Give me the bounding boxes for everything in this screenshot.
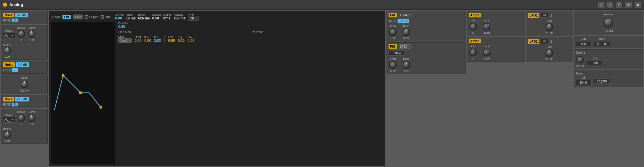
osc2-detune-knob[interactable] [3, 130, 12, 139]
osc2-filter-val[interactable]: F1 [12, 103, 18, 106]
key-freq-label: Key [144, 36, 151, 39]
fil1-top-row: Fil1 LP24 ▼ [389, 13, 464, 17]
amp2-label[interactable]: Amp2 [469, 39, 481, 43]
att-vel-val[interactable]: 0.00 [115, 16, 124, 20]
lfo1-rate-knob[interactable] [545, 23, 554, 31]
fil2-freq-knob[interactable] [389, 61, 397, 69]
osc1-db[interactable]: 0.0 dB [15, 13, 28, 17]
lfo2-rate-val: 0.9 Hz [545, 58, 553, 61]
amp2-pan-knob[interactable] [469, 48, 477, 57]
noise-label[interactable]: Noise [3, 62, 15, 67]
amp1-level-label: Level [483, 19, 490, 22]
lfo1-note-icon[interactable]: ♩ [550, 13, 552, 18]
header-s-btn[interactable]: S [616, 2, 622, 8]
loop-dropdown[interactable]: Off ▼ [188, 16, 199, 21]
osc1-detune-knob[interactable] [3, 46, 12, 55]
env-vel-val[interactable]: 0.00 [118, 25, 128, 29]
env-legato-checkbox[interactable] [85, 15, 88, 19]
env-res-val[interactable]: 0.00 [187, 39, 194, 43]
osc1-shape-label: Shape [5, 30, 13, 32]
env-free-checkbox[interactable] [101, 15, 104, 19]
stime-val[interactable]: inf s [163, 16, 171, 20]
detune-rate-knob[interactable] [576, 55, 584, 64]
header-a1-btn[interactable]: A [598, 2, 604, 8]
fil2-label[interactable]: Fil2 [389, 44, 397, 49]
fil2-reso-knob[interactable] [402, 61, 411, 69]
fil1-label[interactable]: Fil1 [389, 13, 397, 17]
amp1-level-knob[interactable] [482, 22, 491, 31]
env-exp-btn[interactable]: EXP [73, 14, 83, 19]
header-a2-btn[interactable]: A [607, 2, 613, 8]
lfo2-label[interactable]: LFO2 [528, 39, 539, 44]
amp1-label[interactable]: Amp1 [469, 13, 481, 17]
lfo1-mode[interactable]: Hz [541, 13, 548, 18]
osc2-section: Osc2 -3.5 dB F1/F2 F1 [1, 95, 48, 108]
osc1-filter-val[interactable]: F1 [12, 19, 18, 22]
lfo2-note-icon[interactable]: ♩ [550, 39, 552, 44]
lfo1-rate-val: 2.2 Hz [545, 32, 553, 35]
volume-knob[interactable] [603, 17, 614, 28]
env-legato-label[interactable]: Legato [85, 15, 98, 19]
osc2-shape-group: Shape ▼ [3, 114, 15, 123]
fil1-type-arrow: ▼ [408, 14, 410, 17]
osc1-shape-selector[interactable]: ▼ [3, 33, 15, 39]
fil2-type-selector[interactable]: LP12 ▼ [399, 44, 412, 49]
noise-color-knob[interactable] [20, 80, 29, 89]
lfo1-freq-val[interactable]: 0.00 [135, 39, 141, 43]
lfo1-rate-label: Rate [546, 19, 552, 22]
volume-label: Volume [603, 13, 613, 16]
env-vel-row: Env<Vel 0.00 [118, 22, 383, 29]
drive-group: Drive Sym1 ▼ [118, 35, 132, 43]
osc2-label[interactable]: Osc2 [3, 97, 14, 101]
diamond-btn[interactable]: ◆ [635, 2, 641, 8]
fil1-to-val[interactable]: 100 % [398, 19, 409, 23]
key-res-val[interactable]: 0.00 [178, 39, 185, 43]
amp1-pan-knob[interactable] [469, 22, 477, 31]
fil2-follow-btn[interactable]: Follow [389, 50, 404, 56]
osc2-db[interactable]: -3.5 dB [15, 97, 29, 101]
osc1-octave-knob[interactable] [17, 30, 26, 38]
sustain-label: Sustain [152, 13, 161, 16]
noise-db[interactable]: 0.0 dB [16, 62, 29, 67]
key-freq-val[interactable]: 0.00 [144, 39, 151, 43]
fil1-reso-knob[interactable] [402, 28, 411, 37]
osc2-filter-row: F1/F2 F1 [3, 103, 46, 106]
lfo1-label[interactable]: LFO1 [528, 13, 539, 18]
release-val[interactable]: 250 ms [174, 16, 186, 20]
drive-selector[interactable]: Sym1 ▼ [118, 38, 132, 43]
osc2-detune-group: Detune -0.04 [3, 127, 12, 142]
sustain-val[interactable]: 0.50 [152, 16, 161, 20]
lfo2-mode[interactable]: Hz [541, 39, 548, 44]
osc2-octave-knob[interactable] [17, 114, 26, 122]
lfo1-res-val[interactable]: 0.00 [168, 39, 175, 43]
gli-val[interactable]: 50 % [576, 80, 592, 85]
lfo2-rate-knob[interactable] [545, 49, 554, 57]
legato-val[interactable]: Legato [594, 78, 610, 84]
amp1-level-val: -18 dB [483, 31, 491, 34]
amp2-level-knob[interactable] [482, 48, 491, 57]
vib-val[interactable]: 0 % [576, 41, 592, 46]
noise-filter-val[interactable]: F1 [12, 68, 18, 72]
osc2-semi-knob[interactable] [27, 114, 36, 122]
attack-val[interactable]: 16 ms [126, 16, 136, 20]
osc2-octave-label: Octave [17, 110, 26, 113]
osc1-label[interactable]: Osc1 [3, 13, 14, 17]
osc2-shape-selector[interactable]: ▼ [3, 117, 15, 123]
uni-val[interactable]: 0.00 [587, 61, 603, 66]
fil1-type-selector[interactable]: LP24 ▼ [399, 13, 412, 17]
env-middle: Env<Vel 0.00 Freq Mod Res Mod [51, 22, 383, 164]
noise-color-label: Color [21, 76, 28, 79]
env-lin-btn[interactable]: LIN [62, 15, 71, 19]
amp1-pan-val: C [472, 31, 474, 34]
osc1-shape-icon [4, 34, 11, 38]
env-freq-val[interactable]: 2.03 [154, 39, 161, 43]
osc1-semi-knob[interactable] [27, 30, 36, 38]
freq-mod-divider [133, 32, 250, 32]
lfo1-top-row: LFO1 Hz ♩ [528, 13, 570, 18]
refresh-btn[interactable]: ⟳ [625, 2, 632, 8]
env-free-label[interactable]: Free [101, 15, 111, 19]
fil1-freq-knob[interactable] [389, 28, 397, 37]
uni-group: Uni 0.00 [587, 57, 603, 66]
vib-rate-val[interactable]: 5.1 Hz [594, 41, 610, 46]
decay-val[interactable]: 626 ms [138, 16, 150, 20]
